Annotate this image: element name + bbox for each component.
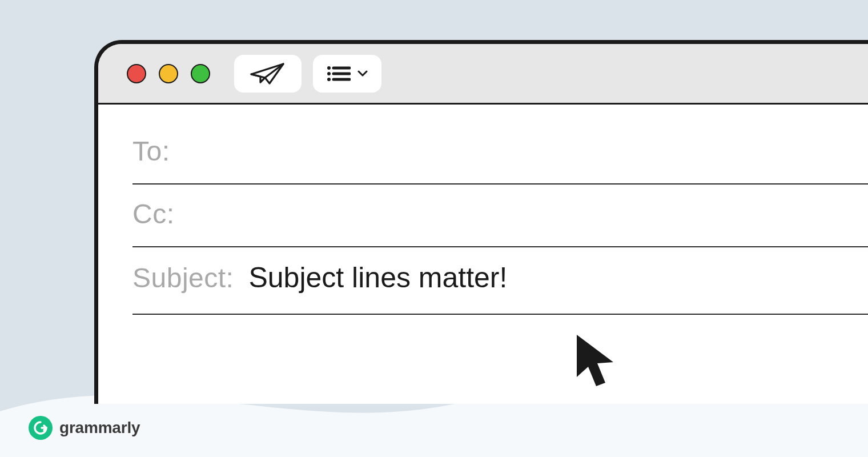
svg-point-3 — [327, 72, 331, 75]
paper-plane-icon — [250, 62, 286, 86]
cc-label: Cc: — [132, 198, 175, 230]
brand-mark: grammarly — [29, 416, 140, 440]
minimize-dot[interactable] — [159, 64, 178, 83]
to-label: To: — [132, 135, 170, 167]
compose-body: To: Cc: Subject: Subject lines matter! — [98, 105, 868, 315]
subject-value: Subject lines matter! — [248, 261, 507, 294]
chevron-down-icon — [357, 70, 368, 77]
zoom-dot[interactable] — [191, 64, 210, 83]
cc-field[interactable]: Cc: — [132, 185, 868, 247]
format-list-dropdown[interactable] — [313, 55, 381, 93]
send-button[interactable] — [234, 55, 302, 93]
subject-field[interactable]: Subject: Subject lines matter! — [132, 247, 868, 315]
list-icon — [327, 65, 351, 82]
traffic-lights — [127, 64, 210, 83]
svg-line-0 — [251, 74, 265, 78]
to-field[interactable]: To: — [132, 122, 868, 185]
brand-badge — [29, 416, 53, 440]
illustration-stage: To: Cc: Subject: Subject lines matter! g… — [0, 0, 868, 457]
svg-point-4 — [327, 78, 331, 81]
subject-label: Subject: — [132, 262, 234, 294]
brand-name: grammarly — [59, 419, 140, 437]
brand-g-icon — [33, 420, 48, 435]
svg-point-2 — [327, 66, 331, 70]
close-dot[interactable] — [127, 64, 146, 83]
compose-window: To: Cc: Subject: Subject lines matter! — [94, 40, 868, 404]
window-titlebar — [98, 44, 868, 105]
